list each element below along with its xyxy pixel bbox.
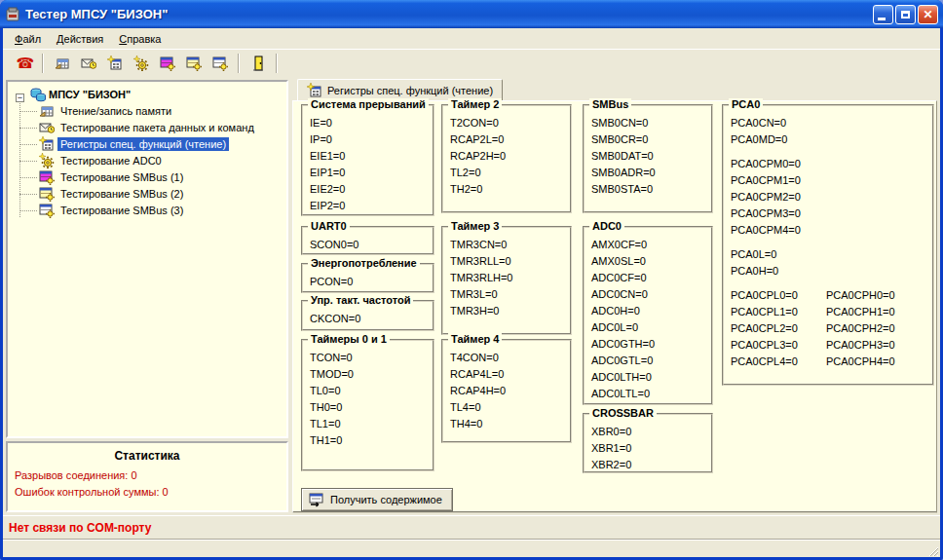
register-value: T2CON=0 (450, 115, 570, 131)
tree-item-4[interactable]: Тестирование ADC0 (39, 152, 165, 168)
exit-door-icon (250, 56, 266, 71)
register-value: ADC0GTL=0 (591, 353, 711, 369)
register-value: AMX0CF=0 (591, 237, 711, 253)
groupbox-title: Упр. такт. частотой (308, 294, 413, 306)
register-value: PCA0CPH4=0 (826, 355, 895, 367)
statistics-title: Статистика (8, 449, 286, 463)
register-value: PCA0CPL3=0 (731, 337, 826, 354)
tree-item-5[interactable]: Тестирование SMBus (1) (39, 168, 186, 185)
title-bar[interactable]: Тестер МПСУ "БИЗОН" ✕ (0, 0, 943, 28)
register-value: PCA0CPM1=0 (731, 172, 932, 189)
menu-справка[interactable]: Справка (111, 30, 169, 48)
register-value: PCA0CPL0=0 (731, 287, 826, 304)
register-value: ADC0CF=0 (591, 270, 711, 286)
register-value: SCON0=0 (310, 237, 433, 253)
smbus1-test-button[interactable] (154, 52, 180, 75)
adc0-test-button[interactable] (128, 52, 154, 75)
register-value: SMB0CR=0 (591, 131, 711, 148)
maximize-button[interactable] (895, 5, 916, 24)
sfr-window-icon (307, 83, 322, 98)
register-value: PCA0CPM2=0 (731, 189, 932, 205)
groupbox--: Система прерыванийIE=0IP=0EIE1=0EIP1=0EI… (301, 104, 434, 216)
resize-grip[interactable] (926, 543, 939, 556)
sfr-window-icon (107, 56, 123, 71)
register-value-pair: PCA0CPL3=0PCA0CPH3=0 (731, 337, 932, 354)
tree-connector (19, 144, 37, 145)
tree-item-label: Тестирование SMBus (1) (57, 170, 186, 184)
register-value-pair: PCA0CPL0=0PCA0CPH0=0 (731, 287, 932, 304)
toolbar: ☎ (3, 49, 940, 76)
register-value: PCA0MD=0 (731, 131, 932, 148)
tree-item-7[interactable]: Тестирование SMBus (3) (39, 202, 186, 218)
smbus3-test-button[interactable] (207, 52, 233, 75)
fetch-contents-button[interactable]: Получить содержимое (301, 488, 453, 511)
register-value: TH4=0 (450, 416, 570, 432)
toolbar-separator (238, 54, 240, 73)
register-value: SMB0DAT=0 (591, 148, 711, 165)
register-value-pair: PCA0CPL4=0PCA0CPH4=0 (731, 354, 932, 370)
groupbox--3: Таймер 3TMR3CN=0TMR3RLL=0TMR3RLH=0TMR3L=… (441, 226, 572, 335)
exit-button[interactable] (245, 52, 271, 75)
tree-item-6[interactable]: Тестирование SMBus (2) (39, 185, 186, 202)
minimize-icon (878, 18, 886, 20)
register-value: CKCON=0 (310, 311, 433, 327)
adc-gear-icon (133, 56, 149, 71)
tree-connector (19, 161, 37, 162)
minimize-button[interactable] (873, 5, 893, 24)
packet-test-button[interactable] (75, 52, 101, 75)
sfr-read-button[interactable] (101, 52, 128, 75)
menu-файл[interactable]: Файл (7, 30, 49, 48)
register-value: PCA0CPH2=0 (826, 322, 895, 334)
tree-item-label: Чтение/запись памяти (57, 104, 174, 118)
groupbox--: Упр. такт. частотойCKCON=0 (301, 300, 434, 331)
tester-device-icon (5, 7, 20, 22)
groupbox--0-1: Таймеры 0 и 1TCON=0TMOD=0TL0=0TH0=0TL1=0… (301, 339, 434, 471)
tree-item-2[interactable]: Тестирование пакета данных и команд (39, 119, 257, 135)
register-value: TH0=0 (310, 399, 433, 416)
tab-sfr-read[interactable]: Регистры спец. функций (чтение) (297, 79, 503, 100)
register-value: TH2=0 (450, 181, 570, 198)
tree-item-label: Регистры спец. функций (чтение) (57, 137, 229, 151)
register-value: PCA0CPM3=0 (731, 205, 932, 222)
tree-expander-icon[interactable]: − (16, 93, 24, 102)
close-button[interactable]: ✕ (918, 5, 938, 24)
stats-line: Разрывов соединения: 0 (15, 469, 137, 481)
tree-connector (19, 128, 37, 129)
tree-item-1[interactable]: Чтение/запись памяти (39, 102, 174, 119)
client-area: ФайлДействияСправка ☎ −МПСУ "БИЗОН"Чтени… (3, 28, 940, 557)
groupbox--2: Таймер 2T2CON=0RCAP2L=0RCAP2H=0TL2=0TH2=… (441, 104, 572, 213)
maximize-icon (901, 11, 910, 19)
toolbar-separator (276, 54, 278, 73)
register-value: IE=0 (310, 115, 433, 131)
connect-button[interactable]: ☎ (11, 52, 37, 75)
app-window: Тестер МПСУ "БИЗОН" ✕ ФайлДействияСправк… (0, 0, 943, 560)
register-value-pair: PCA0CPL1=0PCA0CPH1=0 (731, 304, 932, 320)
register-value: XBR1=0 (591, 440, 711, 457)
tree-item-3[interactable]: Регистры спец. функций (чтение) (39, 135, 229, 152)
register-value: ADC0LTL=0 (591, 386, 711, 402)
database-icon (30, 87, 46, 102)
tab-strip: Регистры спец. функций (чтение) (292, 78, 937, 100)
memory-table-icon (55, 56, 70, 71)
sfr-register-page: Получить содержимое Система прерыванийIE… (292, 100, 937, 513)
register-value: PCA0CPH1=0 (826, 306, 895, 317)
groupbox-title: CROSSBAR (589, 407, 657, 419)
tree-root-item[interactable]: −МПСУ "БИЗОН" (12, 86, 133, 102)
register-value: IP=0 (310, 131, 433, 148)
groupbox-title: Энергопотребление (308, 257, 420, 269)
fetch-contents-label: Получить содержимое (330, 494, 442, 505)
menu-действия[interactable]: Действия (49, 30, 111, 48)
register-value: TCON=0 (310, 350, 433, 366)
register-value: SMB0ADR=0 (591, 165, 711, 181)
register-value: PCA0H=0 (731, 263, 932, 280)
register-value: SMB0CN=0 (591, 115, 711, 131)
groupbox--: ЭнергопотреблениеPCON=0 (301, 263, 434, 293)
register-value: TL1=0 (310, 416, 433, 432)
register-value: ADC0L=0 (591, 319, 711, 336)
smbus2-test-button[interactable] (180, 52, 207, 75)
memory-rw-button[interactable] (49, 52, 75, 75)
register-value: RCAP2L=0 (450, 131, 570, 148)
test-tree-panel: −МПСУ "БИЗОН"Чтение/запись памятиТестиро… (6, 80, 288, 438)
sfr-page-panel: Регистры спец. функций (чтение) Получить… (292, 78, 937, 516)
tree-connector (19, 177, 37, 178)
